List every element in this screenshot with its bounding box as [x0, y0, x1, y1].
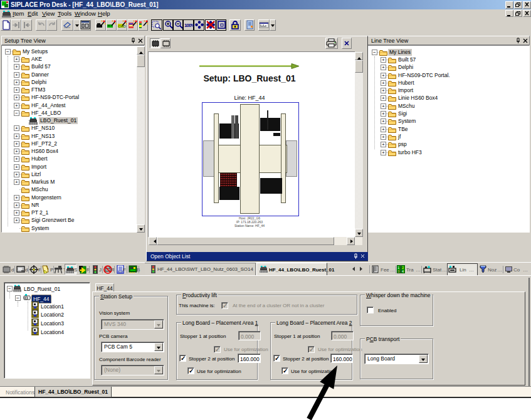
svg-text:4: 4: [402, 270, 404, 273]
svg-text:3: 3: [397, 270, 399, 273]
svg-text:CHD: CHD: [118, 24, 127, 28]
